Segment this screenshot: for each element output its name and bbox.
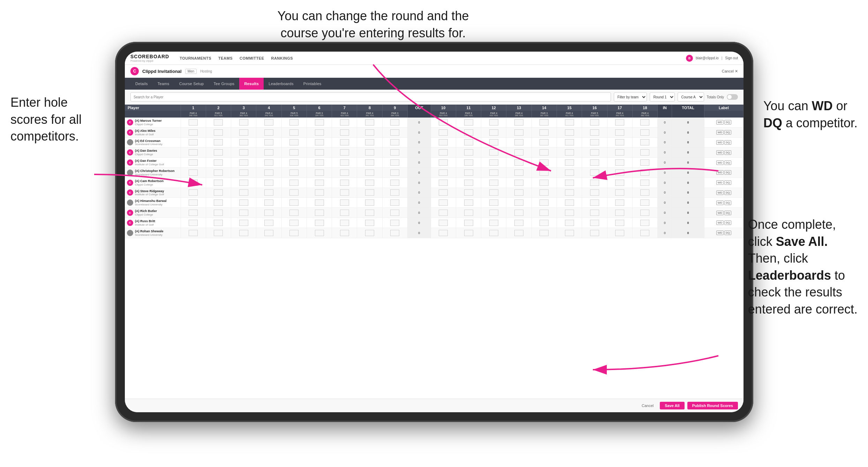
hole-4-score[interactable] (256, 228, 281, 238)
hole-15-score[interactable] (557, 118, 582, 127)
score-input-hole-5[interactable] (289, 210, 299, 216)
score-input-hole-5[interactable] (289, 149, 299, 156)
hole-8-score[interactable] (357, 158, 382, 168)
score-input-hole-3[interactable] (239, 159, 248, 166)
hole-11-score[interactable] (456, 208, 481, 218)
score-input-hole-4[interactable] (264, 149, 273, 156)
score-input-hole-3[interactable] (239, 129, 248, 136)
score-input-hole-3[interactable] (239, 170, 248, 176)
hole-13-score[interactable] (506, 208, 531, 218)
score-input-hole-18[interactable] (640, 139, 649, 145)
hole-2-score[interactable] (206, 228, 231, 238)
hole-17-score[interactable] (607, 127, 632, 137)
score-input-hole-17[interactable] (615, 180, 624, 186)
score-input-hole-3[interactable] (239, 149, 248, 156)
score-input-hole-14[interactable] (539, 129, 549, 136)
score-input-hole-4[interactable] (264, 180, 273, 186)
hole-4-score[interactable] (256, 167, 281, 178)
hole-16-score[interactable] (582, 228, 607, 238)
score-input-hole-18[interactable] (640, 180, 649, 186)
score-input-hole-7[interactable] (340, 210, 349, 216)
hole-4-score[interactable] (256, 218, 281, 228)
hole-10-score[interactable] (431, 178, 456, 188)
hole-18-score[interactable] (632, 167, 657, 178)
score-input-hole-16[interactable] (590, 230, 599, 236)
hole-10-score[interactable] (431, 137, 456, 148)
score-input-hole-15[interactable] (565, 129, 574, 136)
nav-teams[interactable]: TEAMS (218, 55, 233, 62)
score-input-hole-8[interactable] (365, 129, 374, 136)
score-input-hole-9[interactable] (390, 220, 399, 226)
hole-16-score[interactable] (582, 148, 607, 158)
score-input-hole-7[interactable] (340, 180, 349, 186)
hole-9-score[interactable] (382, 127, 407, 137)
hole-8-score[interactable] (357, 208, 382, 218)
hole-11-score[interactable] (456, 228, 481, 238)
hole-5-score[interactable] (281, 158, 307, 168)
score-input-hole-18[interactable] (640, 189, 649, 196)
dq-button[interactable]: DQ (724, 201, 731, 205)
hole-16-score[interactable] (582, 218, 607, 228)
score-input-hole-6[interactable] (315, 170, 324, 176)
filter-by-team-select[interactable]: Filter by team (614, 92, 647, 101)
hole-13-score[interactable] (506, 218, 531, 228)
hole-18-score[interactable] (632, 148, 657, 158)
hole-9-score[interactable] (382, 118, 407, 127)
score-input-hole-8[interactable] (365, 220, 374, 226)
score-input-hole-2[interactable] (214, 170, 223, 176)
hole-13-score[interactable] (506, 158, 531, 168)
score-input-hole-6[interactable] (315, 210, 324, 216)
score-input-hole-8[interactable] (365, 230, 374, 236)
score-input-hole-11[interactable] (464, 199, 473, 206)
score-input-hole-8[interactable] (365, 159, 374, 166)
hole-4-score[interactable] (256, 127, 281, 137)
hole-13-score[interactable] (506, 148, 531, 158)
search-input[interactable] (130, 92, 611, 101)
score-input-hole-16[interactable] (590, 119, 599, 126)
hole-13-score[interactable] (506, 178, 531, 188)
score-input-hole-6[interactable] (315, 139, 324, 145)
dq-button[interactable]: DQ (724, 120, 731, 125)
score-input-hole-1[interactable] (189, 230, 198, 236)
hole-5-score[interactable] (281, 218, 307, 228)
hole-4-score[interactable] (256, 148, 281, 158)
hole-8-score[interactable] (357, 127, 382, 137)
hole-6-score[interactable] (307, 148, 332, 158)
dq-button[interactable]: DQ (724, 140, 731, 145)
score-input-hole-8[interactable] (365, 189, 374, 196)
score-input-hole-14[interactable] (539, 119, 549, 126)
score-input-hole-4[interactable] (264, 129, 273, 136)
hole-13-score[interactable] (506, 228, 531, 238)
hole-3-score[interactable] (231, 208, 256, 218)
score-input-hole-15[interactable] (565, 149, 574, 156)
hole-12-score[interactable] (481, 228, 506, 238)
hole-1-score[interactable] (181, 158, 206, 168)
dq-button[interactable]: DQ (724, 160, 731, 165)
hole-4-score[interactable] (256, 198, 281, 208)
score-input-hole-2[interactable] (214, 159, 223, 166)
score-input-hole-16[interactable] (590, 129, 599, 136)
score-input-hole-7[interactable] (340, 139, 349, 145)
score-input-hole-4[interactable] (264, 230, 273, 236)
hole-5-score[interactable] (281, 148, 307, 158)
score-input-hole-8[interactable] (365, 149, 374, 156)
hole-17-score[interactable] (607, 148, 632, 158)
score-input-hole-13[interactable] (514, 210, 523, 216)
hole-16-score[interactable] (582, 208, 607, 218)
hole-2-score[interactable] (206, 137, 231, 148)
hole-17-score[interactable] (607, 158, 632, 168)
hole-7-score[interactable] (332, 198, 357, 208)
score-input-hole-11[interactable] (464, 129, 473, 136)
score-input-hole-7[interactable] (340, 199, 349, 206)
hole-10-score[interactable] (431, 167, 456, 178)
score-input-hole-7[interactable] (340, 119, 349, 126)
score-input-hole-9[interactable] (390, 119, 399, 126)
hole-1-score[interactable] (181, 198, 206, 208)
score-input-hole-18[interactable] (640, 149, 649, 156)
score-input-hole-13[interactable] (514, 149, 523, 156)
hole-17-score[interactable] (607, 218, 632, 228)
score-input-hole-3[interactable] (239, 199, 248, 206)
hole-9-score[interactable] (382, 208, 407, 218)
score-input-hole-17[interactable] (615, 159, 624, 166)
score-input-hole-17[interactable] (615, 129, 624, 136)
